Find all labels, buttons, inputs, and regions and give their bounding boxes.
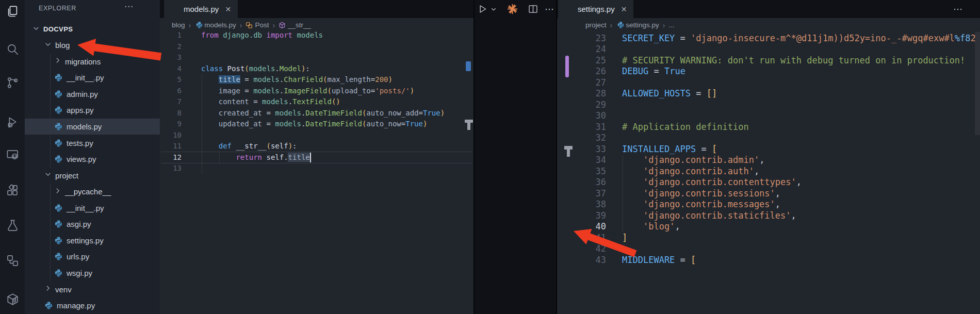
code-line-6: image = models.ImageField(upload_to='pos… [201,86,414,97]
item-label: __pycache__ [65,187,111,196]
overview-ruler-mark [467,123,470,130]
line-number: 25 [557,55,606,67]
item-label: venv [55,285,72,294]
breadcrumb-separator: › [272,21,275,29]
split-editor-icon[interactable] [525,0,541,18]
item-label: project [55,171,78,180]
python-file-icon [54,122,63,131]
source-control-icon[interactable] [0,70,25,95]
breadcrumb-item[interactable]: __str__ [288,21,311,29]
python-file-icon [171,5,179,13]
code-line-11: def __str__(self): [201,141,297,152]
explorer-sidebar: EXPLORER ⋯ DOCVPS blogmigrations__init__… [25,0,160,314]
line-number: 13 [160,163,182,174]
line-number: 40 [557,221,606,233]
python-file-icon [54,204,63,212]
line-number: 38 [557,199,606,210]
line-number: 4 [160,63,182,75]
run-dropdown-chevron-icon[interactable] [489,0,498,18]
code-line-26: DEBUG = True [622,66,685,77]
vscode-window: EXPLORER ⋯ DOCVPS blogmigrations__init__… [0,0,980,314]
breadcrumb-separator: › [240,21,242,29]
breadcrumb-item[interactable]: Post [255,21,269,29]
item-label: models.py [67,122,102,131]
line-number: 43 [557,255,606,266]
python-file-icon [54,155,63,163]
breadcrumb-item[interactable]: project [585,21,607,29]
line-number: 39 [557,210,606,222]
line-number: 5 [160,74,182,86]
run-debug-icon[interactable] [0,110,25,135]
text-cursor [310,153,311,162]
python-file-icon [195,21,203,29]
code-line-37: 'django.contrib.sessions', [622,188,780,200]
item-label: blog [55,41,70,49]
scrollbar[interactable] [975,32,980,135]
breadcrumb-item[interactable]: blog [172,21,185,29]
line-number: 12 [160,152,182,163]
line-number: 7 [160,96,182,108]
symbol-method-icon [279,22,286,29]
chevron-right-icon [54,57,61,66]
breadcrumb[interactable]: blog›models.py›Post›__str__ [160,18,473,32]
workspace-section-docvps[interactable]: DOCVPS [25,21,160,37]
line-number: 11 [160,141,182,152]
code-line-34: 'django.contrib.admin', [622,155,764,166]
line-number: 24 [557,44,606,55]
chevron-down-icon [32,25,40,34]
item-label: __init__.py [67,73,104,82]
extensions-icon[interactable] [0,178,25,203]
line-number: 26 [557,66,606,77]
line-number: 30 [557,110,606,122]
line-number: 28 [557,88,606,100]
explorer-item-venv[interactable]: venv [25,281,179,298]
test-beaker-icon[interactable] [0,213,25,238]
code-line-25: # SECURITY WARNING: don't run with debug… [622,55,965,67]
code-line-23: SECRET_KEY = 'django-insecure-m^*@d11j1m… [622,33,976,44]
editor-group-settings: settings.py ✕ 22# SECURITY WARNING: keep… [557,0,980,314]
sidebar-title: EXPLORER [39,5,76,12]
line-number: 29 [557,100,606,111]
close-icon[interactable]: ✕ [225,5,231,13]
overview-ruler-mark [567,150,570,157]
remote-explorer-icon[interactable] [0,142,25,167]
breadcrumb-item[interactable]: settings.py [626,21,659,29]
line-number: 42 [557,243,606,255]
references-icon[interactable] [0,248,25,273]
tab-models-py[interactable]: models.py ✕ [164,0,238,18]
code-line-36: 'django.contrib.contenttypes', [622,177,802,188]
breadcrumb-item[interactable]: models.py [204,21,236,29]
explorer-item-blog[interactable]: blog [25,37,179,54]
more-actions-icon[interactable]: ⋯ [124,1,134,12]
overview-ruler-selection-mark [466,61,471,71]
run-button[interactable] [476,0,489,18]
editor-group-separator [473,0,475,314]
explorer-item-manage-py[interactable]: manage.py [25,298,179,314]
sidebar-header: EXPLORER ⋯ [25,0,160,18]
item-label: __init__.py [67,204,104,212]
current-line-border-bottom [161,163,472,163]
item-label: tests.py [67,139,93,147]
item-label: apps.py [67,106,94,114]
line-number: 6 [160,86,182,97]
breadcrumb[interactable]: project›settings.py›... [557,18,980,32]
symbol-class-icon [246,22,253,29]
line-number: 9 [160,119,182,130]
breadcrumb-item[interactable]: ... [668,21,674,29]
container-box-icon[interactable] [0,287,25,311]
search-icon[interactable] [0,37,25,61]
code-line-5: title = models.CharField(max_length=200) [201,74,393,86]
code-line-43: MIDDLEWARE = [ [622,255,696,266]
line-number: 36 [557,177,606,188]
indent-guide [623,155,623,232]
format-star-icon[interactable] [504,0,520,18]
item-label: manage.py [57,301,95,310]
breadcrumb-separator: › [663,21,665,29]
more-actions-icon[interactable]: ⋯ [543,0,556,18]
files-icon[interactable] [0,0,25,24]
line-number: 2 [160,41,182,53]
overview-ruler-mark [564,146,573,150]
line-number: 10 [160,130,182,141]
line-number: 35 [557,166,606,177]
explorer-item-project[interactable]: project [25,167,179,184]
